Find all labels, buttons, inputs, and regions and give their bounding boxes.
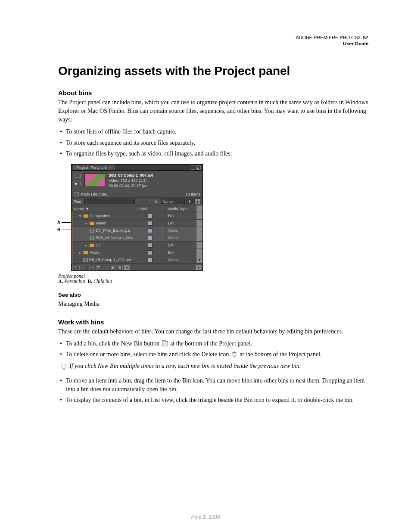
- scrollbar-track[interactable]: [196, 205, 202, 212]
- see-also-heading: See also: [58, 292, 372, 298]
- scroll-right-icon[interactable]: ▸: [196, 265, 202, 270]
- list-view-button[interactable]: ≡: [72, 265, 78, 270]
- item-count: 13 Items: [185, 192, 200, 196]
- close-icon[interactable]: ×: [110, 165, 112, 170]
- about-bins-heading: About bins: [58, 89, 372, 96]
- see-also-link[interactable]: Managing Media: [58, 301, 100, 307]
- new-bin-button[interactable]: □: [103, 265, 109, 270]
- sort-arrow-icon: ▼: [85, 207, 89, 211]
- svg-point-0: [62, 364, 66, 368]
- automate-button[interactable]: ⇥: [89, 265, 95, 270]
- tip-text: If you click New Bin multiple times in a…: [69, 363, 301, 370]
- in-label: In:: [155, 199, 159, 204]
- callout-a: A: [57, 220, 71, 225]
- panel-toolbar: ≡ ▭ ⇥ 🔍 □ ▣ 🗑 ◂ ▸: [72, 264, 202, 271]
- find-button[interactable]: 🔍: [96, 265, 102, 270]
- tab-title: Project: Party Life: [76, 165, 107, 170]
- find-input[interactable]: [84, 199, 135, 204]
- preview-area: ▶ S0B_03 Comp 1_004.avi Video, 720 x 480…: [72, 171, 202, 191]
- label-swatch: [148, 228, 153, 233]
- guide-name: User Guide: [343, 41, 368, 46]
- list-item: To organize files by type, such as video…: [58, 149, 372, 158]
- list-item: To display the contents of a bin, in Lis…: [58, 396, 372, 404]
- clip-metadata: S0B_03 Comp 1_004.avi Video, 720 x 480 (…: [109, 173, 153, 188]
- disclosure-triangle-icon[interactable]: ▹: [84, 243, 88, 247]
- poster-frame-icon[interactable]: [75, 174, 81, 178]
- new-bin-icon: [162, 341, 168, 346]
- bin-list: ▾Composites Bin ▾Model Bin DV_Pink_Backi…: [72, 212, 202, 264]
- table-row[interactable]: BB_05 Comp 1_C01.avi Video ▾: [72, 256, 202, 264]
- table-row[interactable]: ▹Audio Bin: [72, 249, 202, 256]
- list-item: To add a bin, click the New Bin button a…: [58, 339, 372, 348]
- page-header: ADOBE PREMIERE PRO CS3 87 User Guide: [58, 34, 372, 47]
- folder-icon: [83, 214, 88, 218]
- list-item: To store lists of offline files for batc…: [58, 128, 372, 136]
- figure-caption: Project panel A. Parent bin B. Child bin: [58, 274, 372, 284]
- clip-meta-line: 00:00:02;04, 29.97 fps: [109, 184, 147, 188]
- clip-thumbnail: [84, 173, 105, 187]
- new-item-button[interactable]: ▣: [110, 265, 116, 270]
- clip-icon: [90, 229, 94, 233]
- delete-button[interactable]: 🗑: [117, 265, 123, 270]
- project-panel: Project: Party Life × ▸ ▶: [71, 164, 203, 271]
- find-label: Find:: [74, 199, 82, 204]
- project-row: Party Life.prproj 13 Items: [72, 191, 202, 198]
- work-bins-list-2: To move an item into a bin, drag the ite…: [58, 376, 372, 405]
- scroll-down-icon[interactable]: ▾: [196, 256, 202, 263]
- clip-name: S0B_03 Comp 1_004.avi: [109, 173, 153, 177]
- work-bins-list-1: To add a bin, click the New Bin button a…: [58, 339, 372, 359]
- list-item: To store each sequence and its source fi…: [58, 139, 372, 147]
- play-icon[interactable]: ▶: [75, 181, 81, 185]
- icon-view-button[interactable]: ▭: [79, 265, 85, 270]
- table-row[interactable]: S0B_03 Comp 1_004 Video: [72, 234, 202, 242]
- label-swatch: [148, 250, 153, 255]
- clip-meta-line: Video, 720 x 480 (1.2): [109, 178, 146, 183]
- disclosure-triangle-icon[interactable]: ▾: [84, 221, 88, 225]
- label-swatch: [148, 243, 153, 248]
- project-filename: Party Life.prproj: [81, 192, 109, 196]
- lightbulb-icon: [61, 364, 67, 371]
- table-row[interactable]: ▾Model Bin: [72, 220, 202, 227]
- product-name: ADOBE PREMIERE PRO CS3: [296, 35, 360, 40]
- work-with-bins-heading: Work with bins: [58, 318, 372, 326]
- project-icon: [74, 192, 79, 196]
- in-select[interactable]: [161, 199, 185, 204]
- label-swatch: [148, 236, 153, 240]
- list-item: To move an item into a bin, drag the ite…: [58, 376, 372, 394]
- project-panel-figure: A B Project: Party Life × ▸: [71, 164, 372, 271]
- table-row[interactable]: ▹DJ Bin: [72, 242, 202, 249]
- chevron-down-icon[interactable]: ▼: [187, 199, 193, 204]
- label-swatch: [148, 221, 153, 226]
- panel-tab-bar: Project: Party Life × ▸: [72, 165, 202, 171]
- page-number: 87: [363, 35, 368, 40]
- column-header-type[interactable]: Media Type: [165, 205, 196, 212]
- find-row: Find: In: ▼ ▴: [72, 198, 202, 205]
- disclosure-triangle-icon[interactable]: ▹: [78, 251, 82, 255]
- folder-icon: [83, 251, 88, 255]
- scroll-up-icon[interactable]: ▴: [194, 199, 200, 204]
- panel-tab[interactable]: Project: Party Life ×: [73, 165, 115, 170]
- tip-note: If you click New Bin multiple times in a…: [61, 363, 372, 371]
- column-header-label[interactable]: Label: [135, 205, 165, 212]
- disclosure-triangle-icon[interactable]: ▾: [78, 214, 82, 218]
- callout-b: B: [57, 227, 71, 232]
- column-header-name[interactable]: Name ▼: [72, 205, 135, 212]
- footer-date: April 1, 2008: [0, 514, 411, 520]
- work-with-bins-para: These are the default behaviors of bins.…: [58, 327, 372, 336]
- label-swatch: [148, 214, 153, 218]
- page-title: Organizing assets with the Project panel: [58, 64, 372, 78]
- panel-flyout-icon[interactable]: ▸: [196, 165, 201, 170]
- clip-icon: [83, 258, 88, 262]
- about-bins-list: To store lists of offline files for batc…: [58, 128, 372, 158]
- clip-icon: [90, 236, 94, 240]
- scroll-left-icon[interactable]: ◂: [124, 265, 130, 270]
- table-row[interactable]: ▾Composites Bin: [72, 212, 202, 220]
- trash-icon: [231, 351, 237, 356]
- list-item: To delete one or more bins, select the b…: [58, 350, 372, 359]
- panel-menu-icon[interactable]: [191, 165, 195, 170]
- about-bins-para: The Project panel can include bins, whic…: [58, 98, 372, 124]
- column-header-row: Name ▼ Label Media Type: [72, 205, 202, 212]
- table-row[interactable]: DV_Pink_Backing.a Video: [72, 227, 202, 234]
- folder-icon: [89, 243, 94, 247]
- folder-icon: [89, 221, 94, 225]
